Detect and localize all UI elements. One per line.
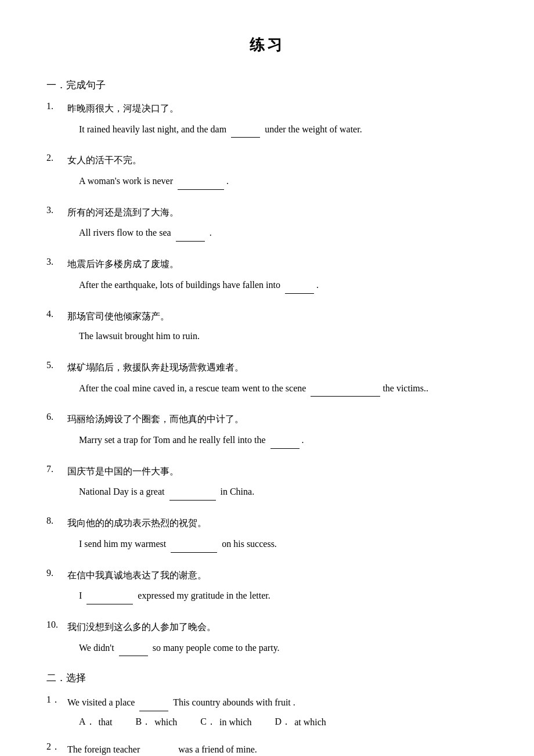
question-number: 10.: [46, 620, 63, 658]
question-content: 煤矿塌陷后，救援队奔赴现场营救遇难者。 After the coal mine …: [67, 360, 488, 399]
chinese-text: 所有的河还是流到了大海。: [67, 205, 488, 220]
english-text: After the earthquake, lots of buildings …: [67, 276, 488, 294]
blank: [178, 172, 224, 190]
question-number: 5.: [46, 360, 63, 399]
table-row: 1． We visited a place This country aboun…: [46, 694, 488, 728]
question-content: 昨晚雨很大，河堤决口了。 It rained heavily last nigh…: [67, 101, 488, 140]
question-content: 地震后许多楼房成了废墟。 After the earthquake, lots …: [67, 257, 488, 296]
table-row: 1. 昨晚雨很大，河堤决口了。 It rained heavily last n…: [46, 101, 488, 140]
english-text: National Day is a great in China.: [67, 483, 488, 501]
blank: [86, 587, 133, 604]
english-text: It rained heavily last night, and the da…: [67, 121, 488, 138]
choice-text-a: that: [99, 717, 113, 728]
chinese-text: 煤矿塌陷后，救援队奔赴现场营救遇难者。: [67, 360, 488, 375]
choice-text-c: in which: [219, 717, 252, 728]
chinese-text: 我们没想到这么多的人参加了晚会。: [67, 620, 488, 635]
question-content: 所有的河还是流到了大海。 All rivers flow to the sea …: [67, 205, 488, 244]
table-row: 8. 我向他的的成功表示热烈的祝贺。 I send him my warmest…: [46, 516, 488, 555]
section-one: 一．完成句子 1. 昨晚雨很大，河堤决口了。 It rained heavily…: [46, 78, 488, 658]
english-text: After the coal mine caved in, a rescue t…: [67, 380, 488, 397]
question-content: 女人的活干不完。 A woman's work is never .: [67, 153, 488, 192]
question-number: 8.: [46, 516, 63, 555]
choice-label-d: D．: [275, 716, 291, 728]
question-list-one: 1. 昨晚雨很大，河堤决口了。 It rained heavily last n…: [46, 101, 488, 658]
question-number: 1.: [46, 101, 63, 140]
blank: [119, 639, 148, 657]
choice-c: C． in which: [200, 716, 251, 728]
chinese-text: 昨晚雨很大，河堤决口了。: [67, 101, 488, 116]
chinese-text: 在信中我真诚地表达了我的谢意。: [67, 568, 488, 583]
question-content: The foreign teacher was a friend of mine…: [67, 741, 488, 756]
question-content: 我向他的的成功表示热烈的祝贺。 I send him my warmest on…: [67, 516, 488, 555]
blank: [270, 431, 300, 449]
section-one-label: 一．完成句子: [46, 78, 488, 92]
section-two-label: 二．选择: [46, 671, 488, 685]
table-row: 6. 玛丽给汤姆设了个圈套，而他真的中计了。 Marry set a trap …: [46, 412, 488, 451]
choice-label-c: C．: [200, 716, 216, 728]
blank: [145, 741, 174, 756]
question-number: 2．: [46, 741, 63, 756]
english-text: I send him my warmest on his success.: [67, 535, 488, 553]
question-number: 9.: [46, 568, 63, 607]
chinese-text: 我向他的的成功表示热烈的祝贺。: [67, 516, 488, 531]
english-text: All rivers flow to the sea .: [67, 224, 488, 242]
english-text: We visited a place This country abounds …: [67, 694, 488, 711]
blank: [171, 535, 217, 553]
table-row: 7. 国庆节是中国的一件大事。 National Day is a great …: [46, 464, 488, 503]
question-content: 我们没想到这么多的人参加了晚会。 We didn't so many peopl…: [67, 620, 488, 658]
question-number: 4.: [46, 309, 63, 347]
question-number: 6.: [46, 412, 63, 451]
choice-text-d: at which: [294, 717, 326, 728]
choice-a: A． that: [79, 716, 113, 728]
chinese-text: 那场官司使他倾家荡产。: [67, 309, 488, 324]
table-row: 5. 煤矿塌陷后，救援队奔赴现场营救遇难者。 After the coal mi…: [46, 360, 488, 399]
english-text: Marry set a trap for Tom and he really f…: [67, 431, 488, 449]
blank: [311, 380, 380, 397]
table-row: 4. 那场官司使他倾家荡产。 The lawsuit brought him t…: [46, 309, 488, 347]
question-number: 3.: [46, 205, 63, 244]
table-row: 2. 女人的活干不完。 A woman's work is never .: [46, 153, 488, 192]
choices-row: A． that B． which C． in which D． at which: [67, 716, 488, 728]
blank: [285, 276, 314, 294]
choice-d: D． at which: [275, 716, 326, 728]
table-row: 9. 在信中我真诚地表达了我的谢意。 I expressed my gratit…: [46, 568, 488, 607]
blank: [176, 224, 205, 242]
english-text: The lawsuit brought him to ruin.: [67, 328, 488, 345]
table-row: 10. 我们没想到这么多的人参加了晚会。 We didn't so many p…: [46, 620, 488, 658]
table-row: 2． The foreign teacher was a friend of m…: [46, 741, 488, 756]
page-title: 练习: [46, 35, 488, 55]
english-text: A woman's work is never .: [67, 172, 488, 190]
question-content: 国庆节是中国的一件大事。 National Day is a great in …: [67, 464, 488, 503]
chinese-text: 玛丽给汤姆设了个圈套，而他真的中计了。: [67, 412, 488, 427]
question-number: 1．: [46, 694, 63, 728]
question-list-two: 1． We visited a place This country aboun…: [46, 694, 488, 756]
question-content: We visited a place This country abounds …: [67, 694, 488, 728]
section-two: 二．选择 1． We visited a place This country …: [46, 671, 488, 756]
question-content: 玛丽给汤姆设了个圈套，而他真的中计了。 Marry set a trap for…: [67, 412, 488, 451]
chinese-text: 女人的活干不完。: [67, 153, 488, 168]
question-content: 那场官司使他倾家荡产。 The lawsuit brought him to r…: [67, 309, 488, 347]
blank: [169, 483, 216, 501]
question-number: 2.: [46, 153, 63, 192]
table-row: 3. 所有的河还是流到了大海。 All rivers flow to the s…: [46, 205, 488, 244]
chinese-text: 国庆节是中国的一件大事。: [67, 464, 488, 479]
question-number: 3.: [46, 257, 63, 296]
choice-b: B． which: [136, 716, 178, 728]
english-text: I expressed my gratitude in the letter.: [67, 587, 488, 604]
choice-label-b: B．: [136, 716, 151, 728]
choice-text-b: which: [154, 717, 177, 728]
choice-label-a: A．: [79, 716, 95, 728]
blank: [231, 121, 260, 138]
question-number: 7.: [46, 464, 63, 503]
chinese-text: 地震后许多楼房成了废墟。: [67, 257, 488, 272]
blank: [139, 694, 168, 711]
english-text: The foreign teacher was a friend of mine…: [67, 741, 488, 756]
english-text: We didn't so many people come to the par…: [67, 639, 488, 657]
table-row: 3. 地震后许多楼房成了废墟。 After the earthquake, lo…: [46, 257, 488, 296]
question-content: 在信中我真诚地表达了我的谢意。 I expressed my gratitude…: [67, 568, 488, 607]
